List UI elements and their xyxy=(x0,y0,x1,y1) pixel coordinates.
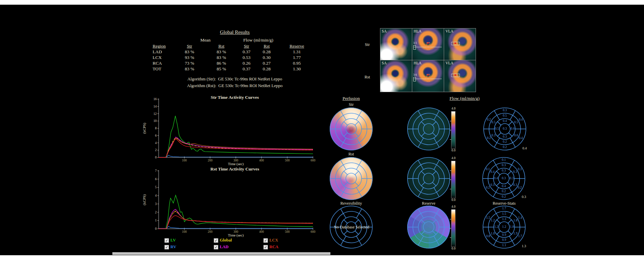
segment-value: 0.2 xyxy=(501,140,509,143)
rca-checkbox[interactable]: ✓ xyxy=(263,245,268,250)
segment-value: 1.8 xyxy=(508,225,516,228)
vla-roi-box[interactable] xyxy=(451,74,460,77)
str-tac-chart: 0246810121416100200300400500600(kCPS)Tim… xyxy=(141,93,319,166)
scrollbar-strip[interactable] xyxy=(112,252,330,255)
polar-grid xyxy=(329,156,373,201)
reserve-colorbar xyxy=(451,209,455,247)
hla-slice-value: 3.6 xyxy=(413,73,417,76)
polar-grid xyxy=(407,156,451,201)
segment-value: 0.3 xyxy=(500,177,508,180)
spect-slice-grid: SA HLA 3.5 VLA SA HLA 3.6 VLA xyxy=(380,28,476,92)
segment-value: 0.2 xyxy=(500,195,508,198)
lcx-checkbox[interactable]: ✓ xyxy=(263,238,268,243)
vla-roi-box[interactable] xyxy=(451,42,460,45)
table-cell: 0.28 xyxy=(256,66,278,72)
column-header-mean-str: Str xyxy=(176,44,203,49)
segment-value: 0.3 xyxy=(500,169,508,172)
segment-value: 0.2 xyxy=(500,190,508,193)
hla-roi-box[interactable] xyxy=(427,42,430,50)
table-cell: LAD xyxy=(153,49,176,55)
segment-value: 1.7 xyxy=(500,207,508,210)
segment-value: 0.3 xyxy=(511,183,519,187)
spect-cell-str-hla[interactable]: HLA 3.5 xyxy=(412,28,444,60)
svg-text:3: 3 xyxy=(155,202,157,206)
segment-value: 0.2 xyxy=(501,145,509,149)
colorbar-min-label: 0.0 xyxy=(449,247,458,250)
spect-cell-rst-sa[interactable]: SA xyxy=(380,60,412,92)
segment-value: 0.3 xyxy=(500,163,508,167)
svg-text:Time (sec): Time (sec) xyxy=(228,233,244,237)
spect-cell-str-sa[interactable]: SA xyxy=(380,28,412,60)
global-checkbox[interactable]: ✓ xyxy=(214,238,218,243)
segment-value: 1.2 xyxy=(500,225,508,228)
svg-text:2: 2 xyxy=(155,211,157,214)
table-cell: 1.77 xyxy=(283,55,310,60)
flow-str-global-value: 0.4 xyxy=(519,146,531,150)
algorithm-str-line: Algorithm (Str): GE 530c Tc-99m ROI NetR… xyxy=(148,76,322,82)
flow-rst-polar-map xyxy=(407,157,450,200)
vla-view-label: VLA xyxy=(445,61,453,65)
segment-value: 0.3 xyxy=(501,109,509,112)
lad-checkbox[interactable]: ✓ xyxy=(214,245,218,250)
colorbar-tick xyxy=(450,170,451,171)
spect-cell-rst-vla[interactable]: VLA xyxy=(444,60,476,92)
segment-value: 0.3 xyxy=(501,127,509,130)
table-cell: 83 % xyxy=(208,55,235,60)
table-cell: RCA xyxy=(153,61,176,66)
svg-text:5: 5 xyxy=(155,186,157,189)
segment-value: 0.4 xyxy=(500,185,508,188)
svg-text:500: 500 xyxy=(285,159,290,162)
flow-str-polar-map xyxy=(407,108,450,150)
spect-cell-str-vla[interactable]: VLA xyxy=(444,28,476,60)
reserve-stats-polar-map: 1.71.41.71.10.81.51.51.81.90.91.01.21.31… xyxy=(483,206,526,249)
segment-value: 1.3 xyxy=(500,217,508,221)
column-header-reserve: Reserve xyxy=(283,44,310,49)
rv-checkbox[interactable]: ✓ xyxy=(164,245,169,250)
svg-text:8: 8 xyxy=(155,127,157,130)
table-cell: 0.28 xyxy=(256,49,278,55)
lv-checkbox[interactable]: ✓ xyxy=(164,238,169,243)
svg-text:10: 10 xyxy=(154,119,157,123)
svg-text:600: 600 xyxy=(311,159,316,162)
table-cell: 85 % xyxy=(208,66,235,72)
hla-slice-cursor[interactable] xyxy=(413,45,416,50)
svg-text:0: 0 xyxy=(155,227,157,230)
svg-text:0: 0 xyxy=(155,156,157,159)
segment-value: 0.6 xyxy=(509,127,517,130)
segment-value: 0.4 xyxy=(501,119,509,123)
svg-text:100: 100 xyxy=(182,159,187,162)
legend-label-lv: LV xyxy=(170,238,176,243)
legend-label-lad: LAD xyxy=(220,245,228,250)
flow-str-values-polar-map: 0.30.40.40.20.20.20.50.50.60.20.30.50.40… xyxy=(483,108,526,150)
segment-value: 1.5 xyxy=(500,212,508,215)
segment-value: 0.9 xyxy=(500,233,508,236)
global-results-row: LCX93 %83 %0.530.301.77 xyxy=(0,55,644,61)
hla-slice-value: 3.5 xyxy=(413,41,417,45)
legend-label-lcx: LCX xyxy=(269,238,278,243)
spect-cell-rst-hla[interactable]: HLA 3.6 xyxy=(412,60,444,92)
vla-view-label: VLA xyxy=(445,29,453,33)
app-window: Global Results Mean Flow (ml/min/g) Regi… xyxy=(0,0,644,278)
hla-slice-cursor[interactable] xyxy=(413,77,416,81)
svg-text:6: 6 xyxy=(155,178,157,181)
table-cell: 1.30 xyxy=(283,66,310,72)
table-cell: 86 % xyxy=(208,61,235,66)
global-results-title: Global Results xyxy=(198,29,272,35)
spect-row-label-str: Str xyxy=(361,42,374,47)
svg-text:6: 6 xyxy=(155,134,157,137)
column-header-flow-str: Str xyxy=(235,44,258,49)
colorbar-max-label: 4.0 xyxy=(449,156,458,160)
colorbar-tick xyxy=(450,219,451,219)
svg-text:600: 600 xyxy=(311,230,316,233)
svg-text:200: 200 xyxy=(208,159,213,162)
polar-grid xyxy=(407,107,451,151)
hla-roi-box[interactable] xyxy=(427,74,430,82)
table-cell: 1.31 xyxy=(283,49,310,55)
svg-text:14: 14 xyxy=(154,105,157,108)
segment-value: 0.5 xyxy=(493,127,501,130)
colorbar-tick xyxy=(450,130,451,130)
legend-label-global: Global xyxy=(220,238,232,243)
sa-view-label: SA xyxy=(382,29,387,33)
flow-section-title: Flow (ml/min/g) xyxy=(438,96,491,101)
segment-value: 0.5 xyxy=(489,121,497,124)
